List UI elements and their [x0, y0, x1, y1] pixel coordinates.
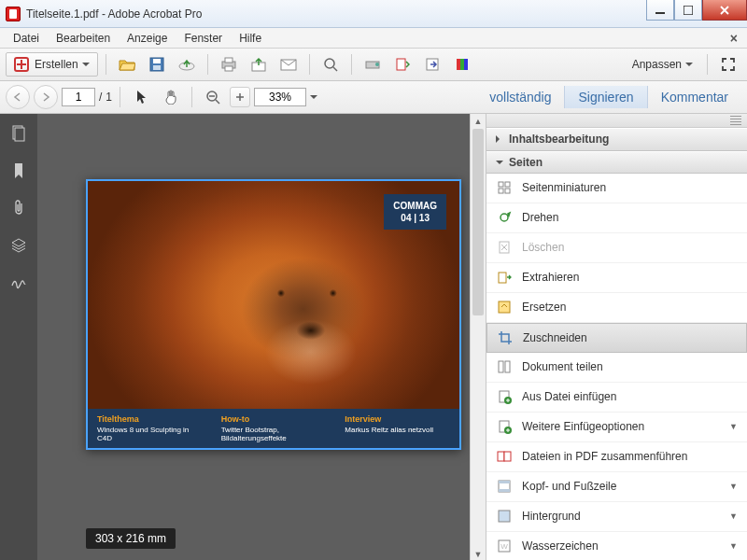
left-sidebar	[0, 114, 37, 560]
chevron-down-icon	[496, 161, 503, 168]
svg-rect-29	[499, 361, 503, 372]
create-button[interactable]: Erstellen	[6, 52, 98, 77]
next-page-button[interactable]	[34, 85, 58, 109]
panel-header	[486, 114, 747, 128]
section-inhaltsbearbeitung[interactable]: Inhaltsbearbeitung	[486, 128, 747, 150]
menu-bar: Datei Bearbeiten Anzeige Fenster Hilfe ×	[0, 28, 747, 49]
bookmark-icon[interactable]	[8, 161, 29, 181]
tab-signieren[interactable]: Signieren	[564, 86, 647, 108]
tab-kommentar[interactable]: Kommentar	[648, 86, 741, 108]
chevron-down-icon: ▼	[729, 511, 738, 521]
section-label: Seiten	[509, 156, 543, 169]
menu-hilfe[interactable]: Hilfe	[232, 30, 269, 47]
page-separator: /	[99, 91, 102, 104]
tool-rotate[interactable]: Drehen	[486, 203, 747, 233]
rotate-icon	[496, 209, 513, 226]
tab-vollstaendig[interactable]: vollständig	[476, 86, 564, 108]
tool-headerfooter[interactable]: Kopf- und Fußzeile▼	[486, 472, 747, 502]
tool-label: Wasserzeichen	[522, 539, 599, 553]
attachment-icon[interactable]	[8, 198, 29, 218]
document-area[interactable]: COMMAG 04 | 13 TitelthemaWindows 8 und S…	[37, 114, 470, 560]
page-total: 1	[106, 91, 112, 104]
tool-combine[interactable]: Dateien in PDF zusammenführen	[486, 442, 747, 472]
svg-point-13	[375, 63, 379, 66]
svg-rect-39	[499, 489, 510, 492]
right-tabs: vollständig Signieren Kommentar	[476, 86, 741, 108]
tool-split[interactable]: Dokument teilen	[486, 353, 747, 383]
cloud-button[interactable]	[174, 52, 200, 77]
hand-tool-button[interactable]	[158, 85, 184, 109]
vertical-scrollbar[interactable]: ▲ ▼	[470, 114, 486, 560]
print-button[interactable]	[216, 52, 242, 77]
scroll-down-icon[interactable]: ▼	[471, 547, 486, 560]
svg-rect-4	[153, 65, 161, 70]
svg-rect-17	[460, 59, 464, 70]
svg-rect-16	[457, 59, 460, 70]
tool-label: Extrahieren	[522, 271, 579, 284]
tool-replace[interactable]: Ersetzen	[486, 293, 747, 323]
tool-background[interactable]: Hintergrund▼	[486, 502, 747, 532]
maximize-button[interactable]	[674, 0, 702, 21]
customize-button[interactable]: Anpassen	[627, 52, 699, 77]
section-seiten[interactable]: Seiten	[486, 151, 747, 174]
color-button[interactable]	[449, 52, 475, 77]
pages-tool-list: SeitenminiaturenDrehenLöschenExtrahieren…	[486, 174, 747, 560]
tool-label: Kopf- und Fußzeile	[522, 480, 616, 493]
zoom-out-button[interactable]	[200, 85, 226, 109]
zoom-level-input[interactable]	[254, 88, 306, 106]
svg-rect-23	[505, 182, 510, 187]
menu-fenster[interactable]: Fenster	[176, 30, 230, 47]
page-number-input[interactable]	[62, 88, 95, 106]
fullscreen-button[interactable]	[715, 52, 741, 77]
tool-insert[interactable]: Aus Datei einfügen	[486, 383, 747, 413]
zoom-dropdown-icon[interactable]	[310, 95, 317, 103]
tool-delete: Löschen	[486, 233, 747, 263]
background-icon	[496, 508, 513, 525]
tool-thumb[interactable]: Seitenminiaturen	[486, 174, 747, 203]
scroll-thumb[interactable]	[472, 129, 484, 315]
tool-label: Ersetzen	[522, 301, 566, 314]
badge-line1: COMMAG	[393, 200, 437, 212]
close-button[interactable]	[702, 0, 747, 21]
close-document-button[interactable]: ×	[726, 31, 741, 46]
export-button[interactable]	[419, 52, 445, 77]
replace-icon	[496, 299, 513, 315]
zoom-in-button[interactable]	[230, 87, 250, 107]
share-button[interactable]	[246, 52, 272, 77]
menu-datei[interactable]: Datei	[6, 30, 47, 47]
tool-label: Dateien in PDF zusammenführen	[522, 450, 687, 463]
select-tool-button[interactable]	[128, 85, 154, 109]
chevron-down-icon	[82, 63, 90, 70]
svg-rect-30	[505, 361, 510, 372]
layers-icon[interactable]	[8, 235, 29, 256]
quick-print-button[interactable]	[359, 52, 386, 77]
save-button[interactable]	[144, 52, 170, 77]
main-area: COMMAG 04 | 13 TitelthemaWindows 8 und S…	[0, 114, 747, 560]
svg-rect-36	[504, 452, 511, 461]
minimize-button[interactable]	[646, 0, 674, 21]
tool-label: Hintergrund	[522, 510, 581, 523]
tool-insert-more[interactable]: Weitere Einfügeoptionen▼	[486, 413, 747, 442]
tool-label: Seitenminiaturen	[522, 181, 606, 194]
tool-crop[interactable]: Zuschneiden	[486, 323, 747, 353]
chevron-down-icon	[685, 63, 693, 70]
convert-button[interactable]	[389, 52, 416, 77]
pdf-page[interactable]: COMMAG 04 | 13 TitelthemaWindows 8 und S…	[86, 179, 461, 450]
svg-rect-38	[499, 481, 510, 483]
open-button[interactable]	[114, 52, 140, 77]
panel-menu-icon[interactable]	[730, 116, 741, 125]
tool-extract[interactable]: Extrahieren	[486, 263, 747, 293]
svg-rect-22	[499, 182, 503, 187]
svg-rect-18	[464, 59, 468, 70]
svg-rect-28	[499, 301, 510, 313]
menu-anzeige[interactable]: Anzeige	[120, 30, 175, 47]
pages-panel-icon[interactable]	[8, 123, 29, 144]
signatures-icon[interactable]	[8, 273, 29, 293]
scroll-up-icon[interactable]: ▲	[471, 114, 486, 129]
email-button[interactable]	[275, 52, 302, 77]
tool-watermark[interactable]: WWasserzeichen▼	[486, 532, 747, 560]
menu-bearbeiten[interactable]: Bearbeiten	[49, 30, 118, 47]
search-button[interactable]	[317, 52, 344, 77]
combine-icon	[496, 448, 513, 465]
prev-page-button[interactable]	[6, 85, 30, 109]
